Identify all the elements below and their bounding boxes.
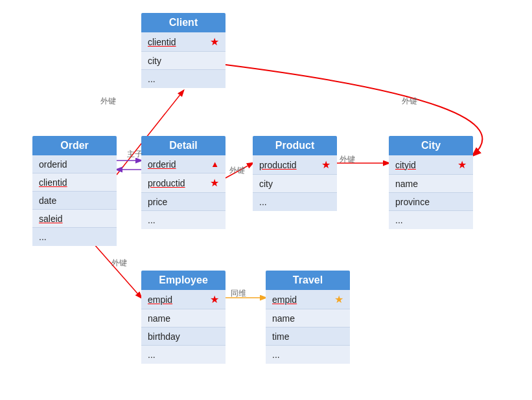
table-city-header: City (389, 136, 473, 155)
table-row: productid ★ (253, 155, 337, 175)
table-row: clientid ★ (141, 32, 226, 52)
label-fk-product-city: 外键 (340, 154, 355, 165)
label-master-detail: 主子 (127, 149, 143, 160)
table-row: ... (32, 228, 117, 246)
label-fk-detail-product: 外键 (229, 165, 245, 176)
table-detail-header: Detail (141, 136, 226, 155)
table-product: Product productid ★ city ... (253, 136, 337, 211)
table-row: province (389, 193, 473, 211)
table-order: Order orderid clientid date saleid ... (32, 136, 117, 246)
table-client-header: Client (141, 13, 226, 32)
table-row: ... (266, 346, 350, 364)
table-travel: Travel empid ★ name time ... (266, 271, 350, 364)
table-row: birthday (141, 328, 226, 346)
table-row: price (141, 193, 226, 211)
table-row: saleid (32, 210, 117, 228)
table-row: ... (141, 346, 226, 364)
table-row: date (32, 192, 117, 210)
table-row: clientid (32, 173, 117, 192)
table-row: ... (141, 70, 226, 88)
table-row: orderid (32, 155, 117, 173)
table-employee-header: Employee (141, 271, 226, 290)
table-row: empid ★ (141, 290, 226, 309)
table-row: time (266, 328, 350, 346)
table-row: productid ★ (141, 173, 226, 193)
table-row: empid ★ (266, 290, 350, 309)
table-detail: Detail orderid ▲ productid ★ price ... (141, 136, 226, 229)
table-row: city (141, 52, 226, 70)
table-travel-header: Travel (266, 271, 350, 290)
label-fk-client-order: 外键 (100, 96, 116, 107)
table-city: City cityid ★ name province ... (389, 136, 473, 229)
table-row: name (141, 309, 226, 328)
label-same-employee-travel: 同维 (231, 288, 246, 299)
table-product-header: Product (253, 136, 337, 155)
table-employee: Employee empid ★ name birthday ... (141, 271, 226, 364)
table-row: orderid ▲ (141, 155, 226, 173)
table-row: cityid ★ (389, 155, 473, 175)
table-row: name (389, 175, 473, 193)
table-row: ... (141, 211, 226, 229)
table-order-header: Order (32, 136, 117, 155)
table-row: ... (389, 211, 473, 229)
label-fk-client-city: 外键 (402, 96, 417, 107)
table-client: Client clientid ★ city ... (141, 13, 226, 88)
table-row: ... (253, 193, 337, 211)
table-row: name (266, 309, 350, 328)
label-fk-order-employee: 外键 (111, 258, 127, 269)
table-row: city (253, 175, 337, 193)
